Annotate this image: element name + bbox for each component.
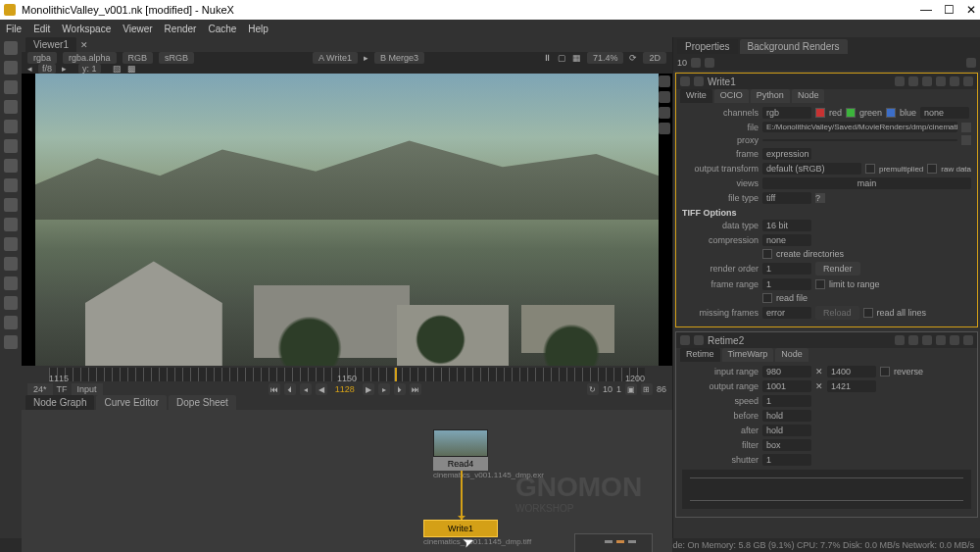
viewport[interactable] (22, 74, 672, 366)
tab-bg-renders[interactable]: Background Renders (740, 39, 848, 54)
goto-start-button[interactable]: ⏮ (269, 383, 280, 395)
panel-undo-icon[interactable] (895, 76, 905, 86)
tool-draw-icon[interactable] (4, 61, 18, 75)
pause-icon[interactable]: ⏸ (543, 53, 552, 63)
loop-icon[interactable]: ↻ (587, 383, 599, 395)
tab-node-graph[interactable]: Node Graph (25, 395, 94, 410)
prev-icon[interactable]: ◂ (27, 64, 32, 74)
sync-playback-icon[interactable]: ⊞ (641, 383, 653, 395)
menu-edit[interactable]: Edit (33, 24, 50, 34)
tab-close-icon[interactable]: ✕ (80, 40, 88, 50)
create-dirs-checkbox[interactable] (762, 249, 772, 259)
proxy-icon[interactable]: ▦ (572, 53, 581, 63)
retime-float-icon[interactable] (936, 335, 946, 345)
menu-workspace[interactable]: Workspace (62, 24, 111, 34)
step-fwd-button[interactable]: ⏵ (394, 383, 406, 395)
view-select[interactable]: sRGB (159, 52, 194, 64)
retime-expand-icon[interactable] (680, 335, 690, 345)
subtab-python[interactable]: Python (751, 89, 790, 103)
blue-checkbox[interactable] (886, 108, 896, 118)
play-back-button[interactable]: ◀ (316, 383, 327, 395)
tool-color-icon[interactable] (4, 120, 18, 133)
retime-close-icon[interactable] (963, 335, 973, 345)
menu-help[interactable]: Help (248, 24, 269, 34)
subtab-timewarp[interactable]: TimeWarp (722, 348, 774, 362)
panel-revert-icon[interactable] (922, 76, 932, 86)
tab-properties[interactable]: Properties (677, 39, 738, 54)
panel-close-icon[interactable] (963, 76, 973, 86)
retime-undo-icon[interactable] (895, 335, 905, 345)
output-range-to[interactable]: 1421 (827, 380, 876, 392)
read-all-checkbox[interactable] (863, 308, 873, 318)
next-key-button[interactable]: ▸ (378, 383, 390, 395)
panel-redo-icon[interactable] (908, 76, 918, 86)
retime-curves[interactable] (682, 470, 971, 509)
compression-select[interactable]: none (762, 234, 811, 246)
roi-icon[interactable]: ▢ (558, 53, 566, 63)
retime-color-icon[interactable] (694, 335, 704, 345)
zoom-level[interactable]: 71.4% (587, 52, 624, 64)
menu-file[interactable]: File (6, 24, 22, 34)
after-select[interactable]: hold (762, 425, 811, 436)
subtab-node[interactable]: Node (792, 89, 825, 103)
node-graph-overview[interactable] (574, 533, 653, 552)
overlay-icon[interactable]: ▩ (127, 64, 136, 74)
viewer-crop-icon[interactable] (659, 123, 670, 134)
viewer-hand-icon[interactable] (659, 91, 670, 103)
retime-revert-icon[interactable] (922, 335, 932, 345)
missing-select[interactable]: error (762, 307, 811, 319)
subtab-retime-node[interactable]: Node (775, 348, 808, 362)
b-buffer[interactable]: B Merge3 (374, 52, 424, 64)
view-mode[interactable]: 2D (643, 52, 666, 64)
step-back-button[interactable]: ⏴ (284, 383, 296, 395)
gain-display[interactable]: y: 1 (78, 64, 101, 74)
subtab-retime[interactable]: Retime (680, 348, 720, 362)
goto-end-button[interactable]: ⏭ (410, 383, 421, 395)
output-range-from[interactable]: 1001 (762, 380, 811, 392)
shutter-input[interactable]: 1 (762, 454, 811, 466)
play-forward-button[interactable]: ▶ (363, 383, 374, 395)
panel-help-icon[interactable] (950, 76, 959, 86)
red-checkbox[interactable] (815, 108, 825, 118)
alpha-select[interactable]: rgba.alpha (63, 52, 117, 64)
colorspace-select[interactable]: RGB (122, 52, 154, 64)
frame-range-input[interactable]: 1 (762, 278, 811, 290)
link-icon-2[interactable]: ✕ (815, 381, 823, 391)
tool-image-icon[interactable] (4, 41, 18, 55)
lock-icon[interactable] (691, 58, 701, 68)
current-frame[interactable]: 1128 (331, 384, 359, 394)
reverse-checkbox[interactable] (880, 367, 890, 376)
tool-views-icon[interactable] (4, 276, 18, 290)
read-file-checkbox[interactable] (762, 293, 772, 303)
channel-select[interactable]: rgba (27, 52, 57, 64)
proxy-input[interactable] (762, 139, 957, 141)
tab-curve-editor[interactable]: Curve Editor (96, 395, 167, 410)
maximize-button[interactable]: ☐ (944, 3, 955, 17)
raw-checkbox[interactable] (927, 164, 937, 174)
node-connection[interactable] (461, 471, 463, 520)
tool-channel-icon[interactable] (4, 100, 18, 114)
next-icon[interactable]: ▸ (62, 64, 67, 74)
disk-cache-icon[interactable]: ▣ (625, 383, 637, 395)
views-select[interactable]: main (762, 177, 971, 189)
reload-button[interactable]: Reload (815, 306, 859, 320)
node-write[interactable]: Write1 cinematics_v001.1145_dmp.tiff (423, 520, 498, 546)
tool-merge-icon[interactable] (4, 178, 18, 192)
tool-filter-icon[interactable] (4, 139, 18, 153)
tool-deep-icon[interactable] (4, 257, 18, 271)
tool-time-icon[interactable] (4, 80, 18, 94)
frame-select[interactable]: expression (762, 148, 811, 160)
panel-float-icon[interactable] (936, 76, 946, 86)
tool-other-icon[interactable] (4, 335, 18, 349)
tool-toolsets-icon[interactable] (4, 316, 18, 329)
viewer-zoom-icon[interactable] (659, 107, 670, 119)
retime-help-icon[interactable] (950, 335, 959, 345)
output-transform-select[interactable]: default (sRGB) (762, 163, 861, 175)
filetype-select[interactable]: tiff (762, 192, 811, 204)
clear-icon[interactable] (705, 58, 714, 68)
tool-metadata-icon[interactable] (4, 296, 18, 310)
premult-checkbox[interactable] (865, 164, 875, 174)
green-checkbox[interactable] (846, 108, 856, 118)
tool-3d-icon[interactable] (4, 218, 18, 231)
file-input[interactable]: E:/MonolithicValley/Saved/MovieRenders/d… (762, 122, 957, 132)
